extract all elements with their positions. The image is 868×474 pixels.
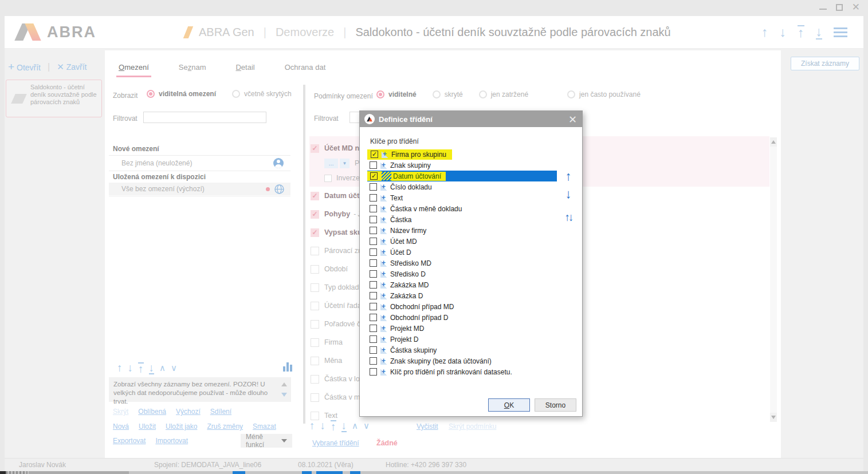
window-maximize-button[interactable]: [836, 4, 843, 11]
sort-move-up-icon[interactable]: ↑: [560, 170, 577, 183]
link-výchozí[interactable]: Výchozí: [176, 408, 201, 416]
sort-item[interactable]: Projekt D: [367, 334, 557, 345]
sort-item[interactable]: Text: [367, 192, 557, 203]
window-minimize-button[interactable]: [819, 3, 827, 11]
scroll-up-icon[interactable]: [770, 137, 777, 147]
open-button[interactable]: + Otevřít: [8, 61, 41, 73]
move-up-icon[interactable]: ↑: [117, 362, 123, 374]
dialog-titlebar[interactable]: Definice třídění ✕: [360, 111, 582, 127]
sort-item[interactable]: Účet MD: [367, 236, 557, 247]
sort-item[interactable]: Číslo dokladu: [367, 181, 557, 192]
expand-icon[interactable]: ∨: [363, 421, 370, 431]
saved-restriction-row[interactable]: Vše bez omezení (výchozí): [109, 183, 290, 195]
sort-checkbox[interactable]: [370, 248, 377, 256]
unchecked-checkbox-icon[interactable]: [311, 302, 319, 310]
tab-omezení[interactable]: Omezení: [117, 60, 150, 78]
checked-checkbox-icon[interactable]: ✓: [311, 228, 319, 237]
sort-checkbox[interactable]: [370, 161, 377, 169]
sort-item[interactable]: Zakázka MD: [367, 279, 557, 290]
move-down-icon[interactable]: ↓: [320, 420, 326, 432]
unchecked-checkbox-icon[interactable]: [311, 338, 319, 347]
tab-seznam[interactable]: Seznam: [178, 60, 207, 78]
sidebar-item-saldokonto[interactable]: Saldokonto - účetní deník souvztažně pod…: [6, 80, 102, 117]
sort-checkbox[interactable]: [370, 281, 377, 289]
unchecked-checkbox-icon[interactable]: [311, 320, 319, 329]
radio-viditelné[interactable]: viditelné: [376, 90, 417, 98]
more-functions-dropdown[interactable]: Méně funkcí: [241, 434, 292, 448]
checked-checkbox-icon[interactable]: ✓: [311, 210, 319, 219]
get-records-button[interactable]: Získat záznamy: [791, 57, 859, 70]
radio-včetně-skrytých[interactable]: včetně skrytých: [232, 90, 292, 98]
hide-condition-link[interactable]: Skrýt podmínku: [449, 422, 496, 430]
tab-ochrana-dat[interactable]: Ochrana dat: [284, 60, 327, 78]
scroll-down-icon[interactable]: [770, 413, 777, 422]
sort-checkbox[interactable]: [370, 205, 377, 212]
move-first-icon[interactable]: ↑: [331, 420, 336, 432]
window-close-button[interactable]: ✕: [852, 3, 860, 11]
close-button[interactable]: ✕ Zavřít: [57, 62, 87, 72]
collapse-icon[interactable]: ∧: [159, 363, 166, 373]
link-uložit-jako[interactable]: Uložit jako: [166, 422, 197, 430]
link-sdílení[interactable]: Sdílení: [210, 408, 231, 416]
sort-checkbox[interactable]: [370, 227, 377, 234]
sort-checkbox[interactable]: [370, 346, 377, 354]
scroll-down-icon[interactable]: [281, 393, 287, 397]
checked-checkbox-icon[interactable]: ✓: [311, 192, 319, 200]
move-last-icon[interactable]: ↓: [341, 420, 347, 432]
expand-icon[interactable]: ∨: [171, 363, 177, 373]
sort-checkbox[interactable]: [370, 270, 377, 278]
sort-checkbox[interactable]: [370, 292, 377, 299]
sort-item[interactable]: Středisko D: [367, 268, 557, 279]
radio-jen-často-používané[interactable]: jen často používané: [567, 90, 641, 98]
dialog-close-icon[interactable]: ✕: [568, 113, 577, 126]
filter-input-left[interactable]: [143, 112, 266, 123]
radio-skryté[interactable]: skryté: [433, 90, 463, 98]
radio-jen-zatržené[interactable]: jen zatržené: [479, 90, 528, 98]
link-nová[interactable]: Nová: [113, 422, 129, 430]
condition-dropdown-button[interactable]: ▼: [340, 159, 349, 168]
link-smazat[interactable]: Smazat: [253, 422, 276, 430]
sort-checkbox[interactable]: [370, 357, 377, 365]
sort-item[interactable]: Klíč pro třídění při stránkování dataset…: [367, 366, 557, 377]
unchecked-checkbox-icon[interactable]: [311, 357, 319, 365]
move-first-icon[interactable]: ↑: [138, 362, 144, 374]
sort-checkbox[interactable]: [370, 183, 377, 191]
collapse-icon[interactable]: ∧: [352, 421, 358, 431]
unsaved-restriction-row[interactable]: Bez jména (neuložené): [109, 157, 290, 170]
menu-icon[interactable]: [834, 27, 847, 37]
unchecked-checkbox-icon[interactable]: [311, 412, 319, 420]
link-exportovat[interactable]: Exportovat: [113, 437, 146, 445]
sort-item[interactable]: ✓Datum účtování: [367, 171, 557, 181]
link-skrýt[interactable]: Skrýt: [113, 408, 128, 416]
checked-checkbox-icon[interactable]: ✓: [311, 144, 319, 153]
scroll-up-icon[interactable]: [281, 382, 287, 386]
sort-item[interactable]: Název firmy: [367, 225, 557, 236]
move-last-icon[interactable]: ↓: [816, 25, 823, 40]
chart-icon[interactable]: [283, 362, 292, 372]
selected-sort-link[interactable]: Vybrané třídění: [312, 439, 359, 447]
sort-checkbox[interactable]: [370, 314, 377, 321]
sort-item[interactable]: Znak skupiny (bez data účtování): [367, 356, 557, 366]
sort-checkbox[interactable]: ✓: [371, 151, 378, 158]
move-down-icon[interactable]: ↓: [128, 362, 133, 374]
tab-detail[interactable]: Detail: [234, 60, 256, 78]
unchecked-checkbox-icon[interactable]: [311, 265, 319, 274]
unchecked-checkbox-icon[interactable]: [311, 393, 319, 402]
sort-item[interactable]: Středisko MD: [367, 258, 557, 268]
sort-direction-icon[interactable]: ↑↓: [560, 212, 577, 223]
sort-item[interactable]: Zakázka D: [367, 290, 557, 301]
unchecked-checkbox-icon[interactable]: [311, 375, 319, 384]
sort-checkbox[interactable]: [370, 325, 377, 332]
ok-button[interactable]: OK: [488, 398, 530, 412]
sort-move-down-icon[interactable]: ↓: [560, 188, 577, 200]
link-zruš-změny[interactable]: Zruš změny: [207, 422, 243, 430]
move-down-icon[interactable]: ↓: [780, 26, 787, 39]
sort-checkbox[interactable]: [370, 259, 377, 267]
sort-item[interactable]: Obchodní případ MD: [367, 301, 557, 312]
sort-item[interactable]: Znak skupiny: [367, 160, 557, 171]
inverse-checkbox[interactable]: [324, 175, 332, 182]
move-first-icon[interactable]: ↑: [798, 25, 804, 40]
sort-item[interactable]: Účet D: [367, 247, 557, 258]
conditions-scrollbar[interactable]: [770, 137, 777, 422]
sort-item[interactable]: Částka: [367, 214, 557, 225]
